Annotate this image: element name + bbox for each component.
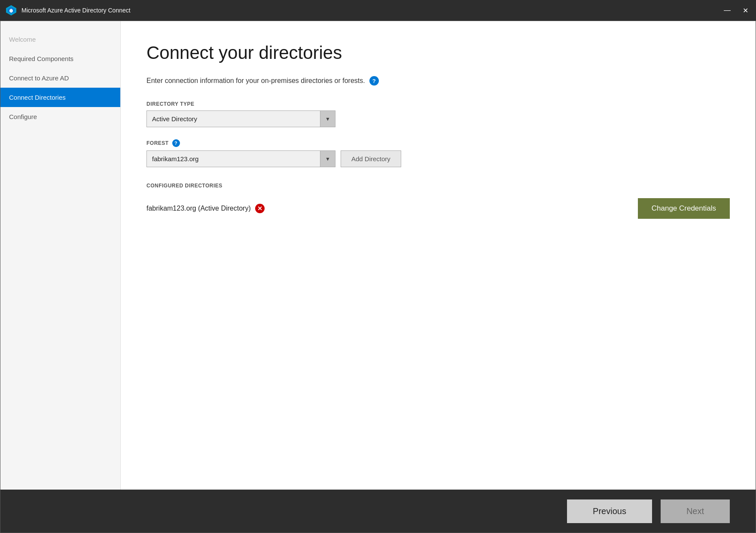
- directory-type-section: DIRECTORY TYPE Active Directory LDAP Dir…: [146, 101, 730, 127]
- sidebar-item-configure[interactable]: Configure: [0, 107, 120, 126]
- page-title: Connect your directories: [146, 43, 730, 63]
- forest-row: fabrikam123.org ▼ Add Directory: [146, 150, 730, 167]
- forest-section: FOREST ? fabrikam123.org ▼ Add Directory: [146, 139, 730, 167]
- footer: Previous Next: [0, 490, 756, 533]
- app-icon: [5, 4, 17, 16]
- description-row: Enter connection information for your on…: [146, 76, 730, 86]
- add-directory-button[interactable]: Add Directory: [341, 150, 401, 167]
- sidebar-item-connect-directories[interactable]: Connect Directories: [0, 88, 120, 107]
- error-icon[interactable]: ✕: [255, 204, 265, 213]
- title-bar: Microsoft Azure Active Directory Connect…: [0, 0, 756, 21]
- configured-directories-section: CONFIGURED DIRECTORIES fabrikam123.org (…: [146, 183, 730, 221]
- directory-type-label: DIRECTORY TYPE: [146, 101, 730, 107]
- sidebar-item-required-components[interactable]: Required Components: [0, 49, 120, 68]
- directory-type-wrapper: Active Directory LDAP Directory ▼: [146, 110, 335, 127]
- minimize-button[interactable]: —: [721, 6, 733, 15]
- close-button[interactable]: ✕: [740, 6, 751, 15]
- window-controls: — ✕: [721, 6, 751, 15]
- sidebar-item-welcome[interactable]: Welcome: [0, 30, 120, 49]
- forest-label: FOREST ?: [146, 139, 730, 147]
- configured-entry-text: fabrikam123.org (Active Directory): [146, 205, 251, 212]
- forest-select[interactable]: fabrikam123.org: [146, 150, 335, 167]
- main-window: Welcome Required Components Connect to A…: [0, 21, 756, 533]
- change-credentials-button[interactable]: Change Credentials: [638, 198, 730, 219]
- sidebar: Welcome Required Components Connect to A…: [0, 21, 121, 490]
- content-area: Connect your directories Enter connectio…: [121, 21, 756, 490]
- window-body: Welcome Required Components Connect to A…: [0, 21, 756, 490]
- sidebar-item-connect-azure-ad[interactable]: Connect to Azure AD: [0, 68, 120, 88]
- description-help-icon[interactable]: ?: [369, 76, 379, 86]
- forest-select-wrapper: fabrikam123.org ▼: [146, 150, 335, 167]
- configured-directories-label: CONFIGURED DIRECTORIES: [146, 183, 730, 189]
- configured-directory-row: fabrikam123.org (Active Directory) ✕ Cha…: [146, 196, 730, 221]
- directory-type-select[interactable]: Active Directory LDAP Directory: [146, 110, 335, 127]
- app-title: Microsoft Azure Active Directory Connect: [21, 7, 721, 14]
- previous-button[interactable]: Previous: [567, 499, 652, 523]
- forest-help-icon[interactable]: ?: [172, 139, 180, 147]
- next-button[interactable]: Next: [661, 499, 730, 523]
- configured-entry: fabrikam123.org (Active Directory) ✕: [146, 204, 265, 213]
- description-text: Enter connection information for your on…: [146, 77, 365, 85]
